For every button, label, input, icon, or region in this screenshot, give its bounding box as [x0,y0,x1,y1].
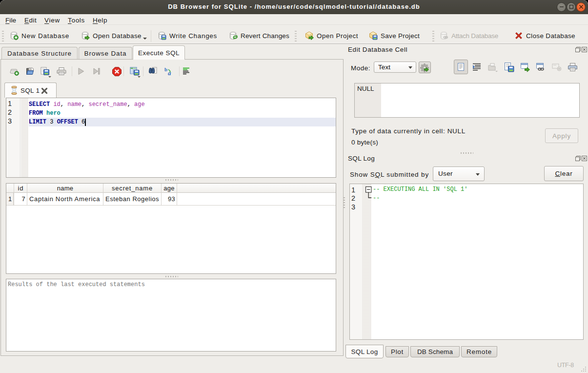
svg-text:b: b [164,66,167,72]
